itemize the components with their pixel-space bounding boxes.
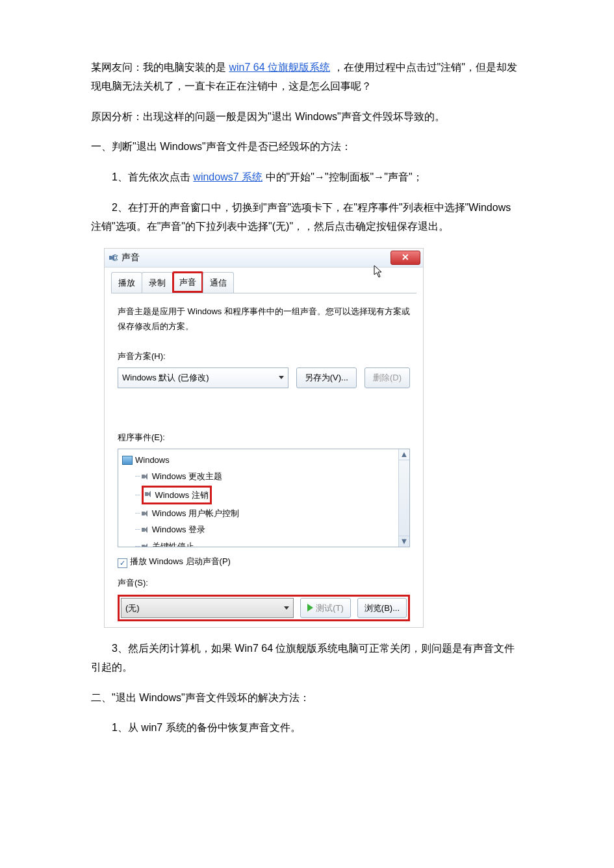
- scheme-select[interactable]: Windows 默认 (已修改): [118, 367, 288, 388]
- tab-record[interactable]: 录制: [142, 272, 173, 293]
- scheme-value: Windows 默认 (已修改): [122, 370, 209, 385]
- dialog-title: 声音: [122, 249, 140, 266]
- scroll-up-icon[interactable]: ▲: [399, 449, 409, 460]
- link-win7-system[interactable]: win7 64 位旗舰版系统: [229, 62, 330, 73]
- text: 1、首先依次点击: [112, 171, 190, 182]
- chevron-down-icon: [279, 376, 284, 379]
- step-2: 2、在打开的声音窗口中，切换到"声音"选项卡下，在"程序事件"列表框中选择"Wi…: [91, 199, 523, 236]
- list-item: ┈关键性停止: [121, 538, 407, 547]
- dialog-description: 声音主题是应用于 Windows 和程序事件中的一组声音。您可以选择现有方案或保…: [118, 304, 410, 334]
- play-startup-label: 播放 Windows 启动声音(P): [130, 556, 231, 566]
- close-button[interactable]: ✕: [390, 251, 420, 265]
- sound-select[interactable]: (无): [121, 598, 294, 618]
- step-2-1: 1、从 win7 系统的备份中恢复声音文件。: [91, 719, 523, 738]
- sound-item-icon: [142, 473, 149, 480]
- tree-root-label: Windows: [135, 453, 170, 467]
- link-windows7-system[interactable]: windows7 系统: [193, 171, 262, 182]
- play-icon: [307, 604, 313, 612]
- text: 2、在打开的声音窗口中，切换到"声音"选项卡下，在"程序事件"列表框中选择"Wi…: [91, 202, 511, 232]
- tab-sound[interactable]: 声音: [172, 271, 203, 293]
- chevron-down-icon: [284, 606, 289, 610]
- events-label: 程序事件(E):: [118, 430, 410, 445]
- sound-label: 声音(S):: [118, 575, 410, 590]
- list-item: ┈Windows 更改主题: [121, 468, 407, 484]
- sound-dialog: 声音 ✕ 播放 录制 声音 通信 声音主题是应用于 Windows 和程序事件中…: [104, 248, 424, 628]
- text: 中的"开始"→"控制面板"→"声音"；: [266, 171, 423, 182]
- sound-select-row: (无) 测试(T) 浏览(B)...: [118, 595, 410, 621]
- tab-bar: 播放 录制 声音 通信: [105, 267, 423, 293]
- paragraph-question: 某网友问：我的电脑安装的是 win7 64 位旗舰版系统 ，在使用过程中点击过"…: [91, 58, 523, 96]
- sound-value: (无): [125, 601, 140, 615]
- sound-item-icon: [142, 543, 149, 547]
- tab-comm[interactable]: 通信: [203, 272, 234, 293]
- program-events-list[interactable]: Windows ┈Windows 更改主题 ┈ Windows 注销 ┈Wind…: [118, 449, 410, 547]
- tab-playback[interactable]: 播放: [111, 272, 142, 293]
- list-item: ┈Windows 用户帐户控制: [121, 505, 407, 521]
- play-startup-row[interactable]: ✓ 播放 Windows 启动声音(P): [118, 554, 410, 569]
- sound-item-icon: [142, 526, 149, 534]
- sound-item-icon: [142, 510, 149, 517]
- cursor-icon: [374, 265, 384, 279]
- browse-button[interactable]: 浏览(B)...: [357, 598, 407, 618]
- scheme-label: 声音方案(H):: [118, 349, 410, 364]
- save-as-button[interactable]: 另存为(V)...: [296, 367, 357, 388]
- list-item: ┈Windows 登录: [121, 521, 407, 538]
- sound-icon: [109, 253, 118, 262]
- checkbox-icon[interactable]: ✓: [118, 558, 127, 568]
- section-two-heading: 二、"退出 Windows"声音文件毁坏的解决方法：: [91, 689, 523, 708]
- sound-item-icon: [145, 490, 153, 498]
- section-one-heading: 一、判断"退出 Windows"声音文件是否已经毁坏的方法：: [91, 138, 523, 156]
- scrollbar[interactable]: ▲ ▼: [398, 449, 409, 547]
- windows-icon: [122, 456, 133, 465]
- list-item-selected: ┈ Windows 注销: [121, 485, 407, 505]
- paragraph-cause: 原因分析：出现这样的问题一般是因为"退出 Windows"声音文件毁坏导致的。: [91, 108, 523, 127]
- delete-button[interactable]: 删除(D): [365, 367, 410, 388]
- text: 某网友问：我的电脑安装的是: [91, 62, 226, 73]
- step-3: 3、然后关闭计算机，如果 Win7 64 位旗舰版系统电脑可正常关闭，则问题是有…: [91, 639, 523, 677]
- scroll-down-icon[interactable]: ▼: [399, 536, 409, 547]
- test-button[interactable]: 测试(T): [300, 598, 351, 618]
- step-1: 1、首先依次点击 windows7 系统 中的"开始"→"控制面板"→"声音"；: [91, 168, 523, 187]
- tree-root: Windows: [121, 452, 407, 468]
